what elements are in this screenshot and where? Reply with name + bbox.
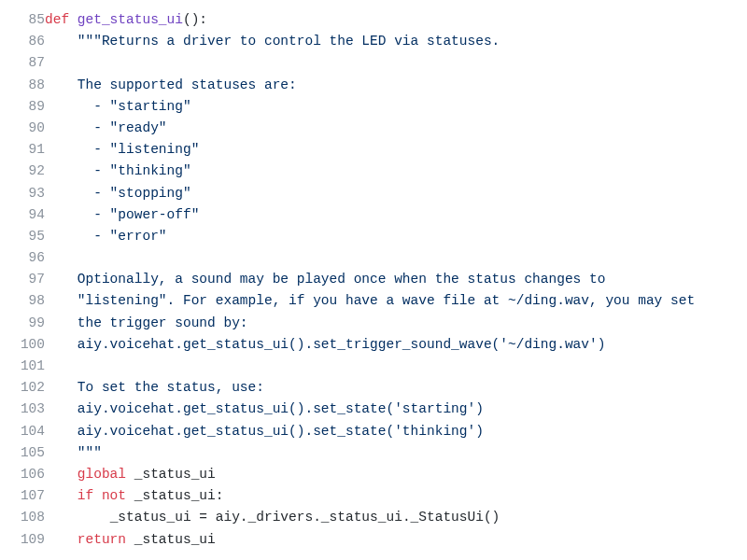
line-number: 91: [0, 139, 45, 161]
token-str: - "power-off": [78, 207, 200, 222]
line-number: 98: [0, 290, 45, 312]
token-str: - "stopping": [78, 186, 191, 201]
code-line: 96: [0, 247, 747, 269]
line-number: 109: [0, 529, 45, 551]
code-content: - "starting": [45, 96, 747, 118]
code-line: 86 """Returns a driver to control the LE…: [0, 31, 747, 52]
code-content: aiy.voicehat.get_status_ui().set_state('…: [45, 399, 747, 420]
line-number: 95: [0, 226, 45, 247]
code-content: """: [45, 442, 747, 464]
code-line: 98 "listening". For example, if you have…: [0, 290, 747, 312]
code-line: 90 - "ready": [0, 118, 747, 139]
line-number: 87: [0, 52, 45, 74]
code-content: """Returns a driver to control the LED v…: [45, 31, 747, 52]
code-content: [45, 52, 747, 74]
token-op: _status_ui: [126, 467, 216, 482]
token-str: aiy.voicehat.get_status_ui().set_state('…: [78, 401, 484, 416]
line-number: 90: [0, 118, 45, 139]
line-number: 105: [0, 442, 45, 464]
token-str: aiy.voicehat.get_status_ui().set_trigger…: [78, 337, 606, 352]
code-line: 108 _status_ui = aiy._drivers._status_ui…: [0, 507, 747, 528]
token-str: - "listening": [78, 142, 200, 157]
code-line: 87: [0, 52, 747, 74]
token-op: [93, 488, 102, 503]
code-content: global _status_ui: [45, 464, 747, 485]
code-line: 85def get_status_ui():: [0, 9, 747, 31]
token-str: - "error": [78, 229, 167, 244]
line-number: 99: [0, 313, 45, 334]
code-line: 93 - "stopping": [0, 183, 747, 204]
token-kw: if: [78, 488, 93, 503]
line-number: 108: [0, 507, 45, 528]
code-line: 105 """: [0, 442, 747, 464]
code-line: 104 aiy.voicehat.get_status_ui().set_sta…: [0, 421, 747, 442]
code-line: 106 global _status_ui: [0, 464, 747, 485]
code-block: 85def get_status_ui():86 """Returns a dr…: [0, 9, 747, 551]
code-content: _status_ui = aiy._drivers._status_ui._St…: [45, 507, 747, 528]
token-kw: return: [78, 532, 126, 547]
line-number: 86: [0, 31, 45, 52]
token-str: - "starting": [78, 99, 191, 114]
code-content: - "thinking": [45, 161, 747, 182]
code-line: 91 - "listening": [0, 139, 747, 161]
code-content: Optionally, a sound may be played once w…: [45, 269, 747, 290]
line-number: 100: [0, 334, 45, 356]
token-str: The supported statuses are:: [78, 77, 297, 92]
token-str: """Returns a driver to control the LED v…: [78, 34, 500, 49]
line-number: 102: [0, 377, 45, 399]
code-line: 102 To set the status, use:: [0, 377, 747, 399]
line-number: 93: [0, 183, 45, 204]
code-content: - "stopping": [45, 183, 747, 204]
code-content: if not _status_ui:: [45, 485, 747, 507]
token-str: aiy.voicehat.get_status_ui().set_state('…: [78, 424, 484, 439]
code-content: aiy.voicehat.get_status_ui().set_state('…: [45, 421, 747, 442]
token-fn: get_status_ui: [78, 12, 183, 27]
line-number: 94: [0, 204, 45, 226]
code-line: 100 aiy.voicehat.get_status_ui().set_tri…: [0, 334, 747, 356]
code-content: - "power-off": [45, 204, 747, 226]
code-line: 101: [0, 356, 747, 377]
code-content: [45, 356, 747, 377]
code-line: 89 - "starting": [0, 96, 747, 118]
line-number: 103: [0, 399, 45, 420]
code-line: 97 Optionally, a sound may be played onc…: [0, 269, 747, 290]
token-op: ():: [183, 12, 207, 27]
code-content: return _status_ui: [45, 529, 747, 551]
code-line: 88 The supported statuses are:: [0, 75, 747, 96]
token-kw: def: [45, 12, 78, 27]
token-str: """: [78, 445, 102, 460]
code-content: the trigger sound by:: [45, 313, 747, 334]
token-str: Optionally, a sound may be played once w…: [78, 272, 606, 287]
line-number: 96: [0, 247, 45, 269]
code-line: 103 aiy.voicehat.get_status_ui().set_sta…: [0, 399, 747, 420]
code-content: - "ready": [45, 118, 747, 139]
line-number: 101: [0, 356, 45, 377]
code-content: aiy.voicehat.get_status_ui().set_trigger…: [45, 334, 747, 356]
token-str: - "ready": [78, 120, 167, 135]
token-op: _status_ui: [126, 532, 216, 547]
code-content: - "error": [45, 226, 747, 247]
code-line: 92 - "thinking": [0, 161, 747, 182]
token-str: - "thinking": [78, 163, 191, 178]
code-content: To set the status, use:: [45, 377, 747, 399]
line-number: 106: [0, 464, 45, 485]
code-line: 95 - "error": [0, 226, 747, 247]
token-str: "listening". For example, if you have a …: [78, 293, 695, 308]
code-content: The supported statuses are:: [45, 75, 747, 96]
line-number: 89: [0, 96, 45, 118]
code-content: - "listening": [45, 139, 747, 161]
token-op: _status_ui:: [126, 488, 223, 503]
line-number: 104: [0, 421, 45, 442]
code-line: 94 - "power-off": [0, 204, 747, 226]
code-line: 107 if not _status_ui:: [0, 485, 747, 507]
token-str: To set the status, use:: [78, 380, 264, 395]
token-str: the trigger sound by:: [78, 315, 248, 330]
token-kw: global: [78, 467, 126, 482]
line-number: 88: [0, 75, 45, 96]
line-number: 92: [0, 161, 45, 182]
line-number: 85: [0, 9, 45, 31]
code-content: "listening". For example, if you have a …: [45, 290, 747, 312]
token-op: _status_ui = aiy._drivers._status_ui._St…: [110, 510, 500, 525]
code-content: [45, 247, 747, 269]
code-line: 109 return _status_ui: [0, 529, 747, 551]
